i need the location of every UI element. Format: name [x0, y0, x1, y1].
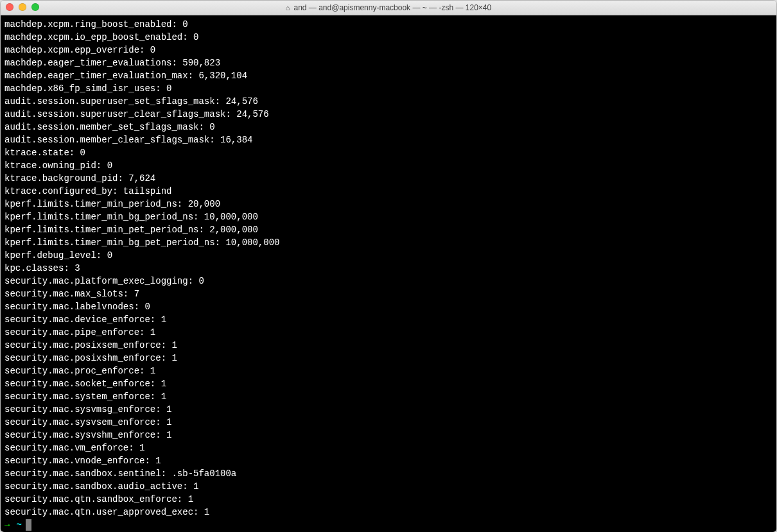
- output-line: security.mac.labelvnodes: 0: [4, 300, 773, 313]
- window-title: and — and@apismenny-macbook — ~ — -zsh —…: [293, 3, 491, 12]
- minimize-button[interactable]: [19, 3, 26, 11]
- output-line: security.mac.vm_enforce: 1: [4, 442, 773, 454]
- traffic-lights: [6, 3, 39, 11]
- zoom-button[interactable]: [31, 3, 39, 11]
- output-line: machdep.x86_fp_simd_isr_uses: 0: [4, 82, 773, 95]
- output-line: audit.session.member_clear_sflags_mask: …: [4, 133, 773, 146]
- output-line: machdep.xcpm.ring_boost_enabled: 0: [4, 18, 773, 31]
- output-line: security.mac.max_slots: 7: [4, 287, 773, 300]
- output-line: audit.session.member_set_sflags_mask: 0: [4, 121, 773, 133]
- output-line: security.mac.sysvshm_enforce: 1: [4, 429, 773, 442]
- output-line: security.mac.qtn.sandbox_enforce: 1: [4, 493, 773, 506]
- output-line: kperf.limits.timer_min_period_ns: 20,000: [4, 198, 773, 210]
- output-line: kperf.limits.timer_min_bg_pet_period_ns:…: [4, 236, 773, 249]
- output-line: security.mac.posixsem_enforce: 1: [4, 339, 773, 352]
- output-line: security.mac.platform_exec_logging: 0: [4, 275, 773, 287]
- output-line: audit.session.superuser_clear_sflags_mas…: [4, 108, 773, 121]
- terminal-window: ⌂ and — and@apismenny-macbook — ~ — -zsh…: [0, 0, 777, 532]
- output-line: ktrace.state: 0: [4, 146, 773, 159]
- output-line: security.mac.device_enforce: 1: [4, 313, 773, 326]
- output-line: ktrace.background_pid: 7,624: [4, 172, 773, 185]
- home-icon: ⌂: [286, 4, 290, 12]
- output-line: audit.session.superuser_set_sflags_mask:…: [4, 95, 773, 108]
- output-line: security.mac.socket_enforce: 1: [4, 377, 773, 390]
- titlebar[interactable]: ⌂ and — and@apismenny-macbook — ~ — -zsh…: [1, 1, 776, 15]
- output-line: kpc.classes: 3: [4, 262, 773, 275]
- prompt-cwd: ~: [16, 519, 21, 531]
- output-line: security.mac.sandbox.audio_active: 1: [4, 480, 773, 493]
- window-title-wrap: ⌂ and — and@apismenny-macbook — ~ — -zsh…: [6, 3, 771, 12]
- output-line: security.mac.sysvmsg_enforce: 1: [4, 403, 773, 416]
- output-line: security.mac.posixshm_enforce: 1: [4, 352, 773, 365]
- output-line: machdep.eager_timer_evaluation_max: 6,32…: [4, 69, 773, 82]
- output-line: security.mac.vnode_enforce: 1: [4, 454, 773, 467]
- output-line: machdep.eager_timer_evaluations: 590,823: [4, 56, 773, 69]
- output-line: kperf.limits.timer_min_pet_period_ns: 2,…: [4, 223, 773, 236]
- output-line: kperf.debug_level: 0: [4, 249, 773, 262]
- cursor-icon: [26, 519, 31, 531]
- output-line: ktrace.configured_by: tailspind: [4, 185, 773, 198]
- output-line: security.mac.system_enforce: 1: [4, 390, 773, 403]
- output-line: machdep.xcpm.io_epp_boost_enabled: 0: [4, 31, 773, 44]
- output-line: machdep.xcpm.epp_override: 0: [4, 44, 773, 56]
- close-button[interactable]: [6, 3, 13, 11]
- output-line: security.mac.sysvsem_enforce: 1: [4, 416, 773, 429]
- output-line: security.mac.qtn.user_approved_exec: 1: [4, 506, 773, 519]
- output-line: security.mac.pipe_enforce: 1: [4, 326, 773, 339]
- output-line: ktrace.owning_pid: 0: [4, 159, 773, 172]
- prompt-arrow-icon: →: [4, 519, 10, 531]
- output-line: security.mac.proc_enforce: 1: [4, 365, 773, 377]
- output-line: security.mac.sandbox.sentinel: .sb-5fa01…: [4, 467, 773, 480]
- terminal-body[interactable]: machdep.xcpm.ring_boost_enabled: 0machde…: [1, 15, 776, 532]
- output-line: kperf.limits.timer_min_bg_period_ns: 10,…: [4, 210, 773, 223]
- prompt-line[interactable]: →~: [4, 519, 773, 531]
